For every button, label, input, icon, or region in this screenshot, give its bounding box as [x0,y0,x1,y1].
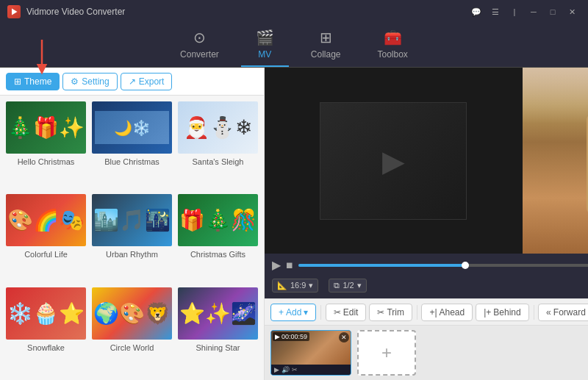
edit-label: Edit [343,307,359,318]
add-chevron: ▾ [304,307,308,318]
menu-btn[interactable]: ☰ [487,4,504,19]
circle-thumb-img: 🌍🎨🦁 [92,287,172,340]
snowflake-label: Snowflake [27,343,65,352]
aspect-ratio-select[interactable]: 📐 16:9 ▾ [272,279,318,293]
minimize-btn[interactable]: ─ [525,4,542,19]
clip-vol-icon[interactable]: 🔊 [282,366,290,373]
progress-fill [298,264,465,267]
setting-btn[interactable]: ⚙ Setting [62,73,117,90]
behind-btn[interactable]: |+ Behind [476,304,529,321]
santas-sleigh-label: Santa's Sleigh [193,157,244,166]
clip-controls: ▶ 🔊 ✂ [271,365,351,375]
play-btn[interactable]: ▶ [272,258,281,272]
clip-play-icon[interactable]: ▶ [274,366,279,373]
tab-mv-label: MV [258,49,271,60]
add-clip-icon: + [381,343,392,363]
trim-icon: ✂ [377,307,384,318]
theme-grid: 🎄🎁✨ Hello Christmas 🌙❄️ Blue Christmas [0,96,264,380]
progress-track[interactable] [298,264,588,267]
app-title: Vidmore Video Converter [26,7,467,17]
quality-chevron: ▾ [357,281,362,290]
christmas-gifts-label: Christmas Gifts [190,250,245,259]
theme-christmas-gifts[interactable]: 🎁🎄🎊 Christmas Gifts [176,193,259,282]
blue-christmas-thumb: 🌙❄️ [90,100,173,155]
clip-time-icon: ▶ [275,333,280,340]
mv-icon: 🎬 [256,29,274,46]
progress-thumb[interactable] [462,262,469,269]
preview-top [523,68,588,123]
maximize-btn[interactable]: □ [544,4,562,19]
theme-blue-christmas[interactable]: 🌙❄️ Blue Christmas [90,100,173,190]
quality-icon: ⧉ [334,281,340,290]
toolbox-icon: 🧰 [384,29,402,46]
theme-label: Theme [24,76,51,87]
theme-shining-star[interactable]: ⭐✨🌌 Shining Star [176,286,259,376]
shining-star-label: Shining Star [196,343,240,352]
preview-visual [523,68,588,254]
clip-cut-icon[interactable]: ✂ [292,366,298,373]
ahead-label: Ahead [440,307,465,318]
setting-label: Setting [82,76,109,87]
shining-star-thumb: ⭐✨🌌 [176,286,259,341]
tab-converter[interactable]: ⊙ Converter [165,24,234,67]
theme-btn[interactable]: ⊞ Theme [6,73,60,90]
app-icon [7,5,21,18]
left-toolbar: ⊞ Theme ⚙ Setting ↗ Export [0,68,264,96]
theme-circle-world[interactable]: 🌍🎨🦁 Circle World [90,286,173,376]
separator-btn: | [506,4,523,19]
theme-colorful-life[interactable]: 🎨🌈🎭 Colorful Life [4,193,87,282]
theme-hello-christmas[interactable]: 🎄🎁✨ Hello Christmas [4,100,87,190]
circle-world-label: Circle World [110,343,154,352]
shining-thumb-img: ⭐✨🌌 [178,287,258,340]
snowflake-thumb: ❄️🧁⭐ [4,286,87,341]
export-label: Export [139,76,165,87]
tab-toolbox[interactable]: 🧰 Toolbox [363,24,423,67]
theme-snowflake[interactable]: ❄️🧁⭐ Snowflake [4,286,87,376]
colorful-thumb-img: 🎨🌈🎭 [6,194,86,246]
stop-btn[interactable]: ⏹ [285,260,294,270]
forward-icon: « [546,307,551,318]
theme-santas-sleigh[interactable]: 🎅⛄❄ Santa's Sleigh [176,100,259,190]
santas-sleigh-thumb: 🎅⛄❄ [176,100,259,155]
tab-collage[interactable]: ⊞ Collage [296,24,356,67]
video-right-preview [523,68,588,254]
video-canvas: ▶ [320,102,467,220]
add-clip-btn[interactable]: + [357,330,416,376]
window-controls: 💬 ☰ | ─ □ ✕ [467,4,581,19]
colorful-life-thumb: 🎨🌈🎭 [4,193,87,248]
ratio-icon: 📐 [277,281,287,290]
left-panel: ⊞ Theme ⚙ Setting ↗ Export 🎄🎁✨ [0,68,265,380]
ratio-chevron: ▾ [309,281,313,290]
edit-btn[interactable]: ✂ Edit [326,304,367,321]
add-label: Add [286,307,301,318]
tab-converter-label: Converter [180,49,219,60]
nav-tabs: ⊙ Converter 🎬 MV ⊞ Collage 🧰 Toolbox [0,24,588,68]
add-icon: + [279,307,284,318]
christmas-gifts-thumb: 🎁🎄🎊 [176,193,259,248]
clip-time: ▶ 00:00:59 [273,332,309,341]
export-btn[interactable]: ↗ Export [121,73,173,90]
svg-marker-0 [12,9,18,15]
hello-christmas-thumb: 🎄🎁✨ [4,100,87,155]
tab-toolbox-label: Toolbox [378,49,408,60]
trim-btn[interactable]: ✂ Trim [369,304,412,321]
forward-btn[interactable]: « Forward [538,304,588,321]
colorful-life-label: Colorful Life [24,250,68,259]
progress-row: ▶ ⏹ 00:00:31.04/00:00:59.18 🔊 [272,258,588,272]
theme-urban-rhythm[interactable]: 🏙️🎵🌃 Urban Rhythm [90,193,173,282]
ahead-btn[interactable]: +| Ahead [421,304,473,321]
urban-rhythm-label: Urban Rhythm [106,250,158,259]
chat-icon-btn[interactable]: 💬 [467,4,485,19]
clip-close-btn[interactable]: ✕ [339,332,349,343]
timeline: ▶ 00:00:59 ✕ ▶ 🔊 ✂ [265,325,588,380]
ahead-icon: +| [429,307,437,318]
collage-icon: ⊞ [320,29,332,46]
tab-mv[interactable]: 🎬 MV [241,24,289,67]
video-preview: ▶ [265,68,588,254]
add-btn[interactable]: + Add ▾ [270,304,316,321]
close-btn[interactable]: ✕ [563,4,581,19]
christmas-thumb-img: 🎄🎁✨ [6,101,86,154]
quality-select[interactable]: ⧉ 1/2 ▾ [329,279,366,293]
timeline-clip: ▶ 00:00:59 ✕ ▶ 🔊 ✂ [270,330,351,376]
tab-collage-label: Collage [311,49,341,60]
